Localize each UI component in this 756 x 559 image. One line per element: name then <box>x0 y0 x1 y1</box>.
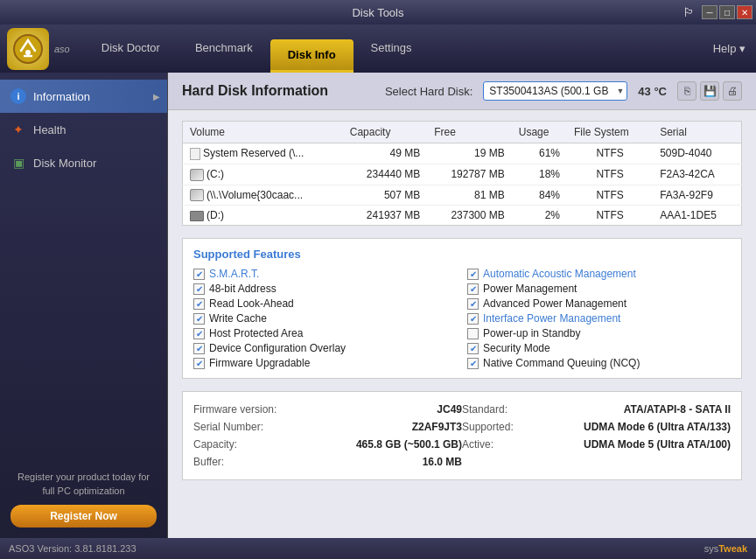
toolbar: aso Disk Doctor Benchmark Disk Info Sett… <box>0 24 756 73</box>
logo-text: aso <box>54 44 70 54</box>
maximize-button[interactable]: □ <box>719 5 735 19</box>
cell-volume: (\\.\Volume{30caac... <box>183 185 343 206</box>
serial-label: Serial Number: <box>193 421 290 433</box>
checkbox: ✔ <box>193 358 205 369</box>
serial-value: Z2AF9JT3 <box>290 421 462 433</box>
brand-tweak: Tweak <box>718 543 747 554</box>
col-filesystem: File System <box>567 122 653 143</box>
feature-item-left: ✔Firmware Upgradable <box>193 357 457 369</box>
print-icon-button[interactable]: 🖨 <box>723 81 742 101</box>
window-controls: ─ □ ✕ <box>702 5 752 19</box>
sidebar-label-health: Health <box>33 123 66 136</box>
firmware-row: Firmware version: JC49 <box>193 401 462 418</box>
feature-item-left: ✔Host Protected Area <box>193 327 457 339</box>
register-button[interactable]: Register Now <box>10 505 157 528</box>
cell-free: 192787 MB <box>427 164 512 185</box>
feature-item-left: ✔Read Look-Ahead <box>193 297 457 310</box>
sidebar-label-information: Information <box>33 90 90 103</box>
cell-capacity: 49 MB <box>343 143 428 164</box>
cell-volume: (D:) <box>183 206 343 226</box>
tab-settings[interactable]: Settings <box>354 24 430 73</box>
tab-benchmark[interactable]: Benchmark <box>178 24 270 73</box>
supported-label: Supported: <box>462 421 558 433</box>
save-icon-button[interactable]: 💾 <box>700 81 719 101</box>
help-button[interactable]: Help ▾ <box>713 42 746 55</box>
sidebar-label-disk-monitor: Disk Monitor <box>33 157 96 170</box>
flag-icon: 🏳 <box>682 5 695 19</box>
table-row: (\\.\Volume{30caac... 507 MB 81 MB 84% N… <box>183 185 742 206</box>
sidebar-item-health[interactable]: ✦ Health <box>0 113 167 146</box>
info-grid: Firmware version: JC49 Serial Number: Z2… <box>193 401 731 471</box>
disk-select-wrapper: ST3500413AS (500.1 GB <box>483 81 627 101</box>
features-section: Supported Features ✔S.M.A.R.T.✔Automatic… <box>182 238 742 379</box>
close-button[interactable]: ✕ <box>737 5 752 19</box>
logo-icon <box>7 28 49 70</box>
header-icons: ⎘ 💾 🖨 <box>677 81 742 101</box>
feature-item-left: ✔48-bit Address <box>193 283 457 295</box>
feature-item-right: ✔Native Command Queuing (NCQ) <box>467 357 731 369</box>
table-row: System Reserved (\... 49 MB 19 MB 61% NT… <box>183 143 742 164</box>
logo-area: aso <box>7 28 70 70</box>
cell-capacity: 234440 MB <box>343 164 428 185</box>
promo-section: Register your product today for full PC … <box>0 460 167 538</box>
col-capacity: Capacity <box>343 122 428 143</box>
cell-filesystem: NTFS <box>567 206 653 226</box>
cell-usage: 18% <box>512 164 567 185</box>
checkbox: ✔ <box>193 298 205 310</box>
disk-select-label: Select Hard Disk: <box>385 85 472 98</box>
sidebar: i Information ✦ Health ▣ Disk Monitor Re… <box>0 73 168 538</box>
standard-label: Standard: <box>462 403 558 416</box>
firmware-label: Firmware version: <box>193 403 290 416</box>
checkbox: ✔ <box>193 313 205 325</box>
capacity-value: 465.8 GB (~500.1 GB) <box>290 438 462 451</box>
cell-capacity: 241937 MB <box>343 206 428 226</box>
feature-item-right: ✔Security Mode <box>467 342 731 354</box>
supported-value: UDMA Mode 6 (Ultra ATA/133) <box>558 421 731 433</box>
content-header: Hard Disk Information Select Hard Disk: … <box>168 73 756 110</box>
feature-item-right: ✔Interface Power Management <box>467 312 731 325</box>
brand-text: sysTweak <box>704 543 747 554</box>
cell-volume: System Reserved (\... <box>183 143 343 164</box>
cell-free: 19 MB <box>427 143 512 164</box>
checkbox: ✔ <box>467 269 479 280</box>
tab-disk-info[interactable]: Disk Info <box>270 39 354 73</box>
checkbox: ✔ <box>467 343 479 354</box>
cell-usage: 84% <box>512 185 567 206</box>
main-area: i Information ✦ Health ▣ Disk Monitor Re… <box>0 73 756 538</box>
sidebar-item-disk-monitor[interactable]: ▣ Disk Monitor <box>0 146 167 179</box>
feature-item-left: ✔Write Cache <box>193 312 457 325</box>
checkbox: ✔ <box>193 269 205 280</box>
status-bar: ASO3 Version: 3.81.8181.233 sysTweak <box>0 538 756 559</box>
standard-value: ATA/ATAPI-8 - SATA II <box>558 403 731 416</box>
minimize-button[interactable]: ─ <box>702 5 718 19</box>
nav-tabs: Disk Doctor Benchmark Disk Info Settings <box>84 24 430 73</box>
content-title: Hard Disk Information <box>182 83 328 99</box>
checkbox: ✔ <box>193 343 205 354</box>
feature-item-left: ✔S.M.A.R.T. <box>193 268 457 280</box>
cell-filesystem: NTFS <box>567 164 653 185</box>
col-serial: Serial <box>653 122 741 143</box>
feature-item-left: ✔Device Configuration Overlay <box>193 342 457 354</box>
feature-item-right: ✔Power Management <box>467 283 731 295</box>
tab-disk-doctor[interactable]: Disk Doctor <box>84 24 178 73</box>
content-body: Volume Capacity Free Usage File System S… <box>168 110 756 530</box>
feature-item-right: ✔Advanced Power Management <box>467 297 731 310</box>
buffer-row: Buffer: 16.0 MB <box>193 453 462 471</box>
checkbox: ✔ <box>467 358 479 369</box>
cell-usage: 61% <box>512 143 567 164</box>
col-volume: Volume <box>183 122 343 143</box>
cell-serial: FA3A-92F9 <box>653 185 741 206</box>
health-icon: ✦ <box>10 122 26 137</box>
title-bar: 🏳 Disk Tools ─ □ ✕ <box>0 0 756 24</box>
sidebar-item-information[interactable]: i Information <box>0 80 167 113</box>
features-title: Supported Features <box>193 248 731 261</box>
disk-select-dropdown[interactable]: ST3500413AS (500.1 GB <box>483 81 627 101</box>
buffer-label: Buffer: <box>193 456 290 468</box>
table-row: (D:) 241937 MB 237300 MB 2% NTFS AAA1-1D… <box>183 206 742 226</box>
monitor-icon: ▣ <box>10 155 26 171</box>
capacity-label: Capacity: <box>193 438 290 451</box>
cell-serial: AAA1-1DE5 <box>653 206 741 226</box>
cell-filesystem: NTFS <box>567 185 653 206</box>
active-label: Active: <box>462 438 558 451</box>
copy-icon-button[interactable]: ⎘ <box>677 81 696 101</box>
